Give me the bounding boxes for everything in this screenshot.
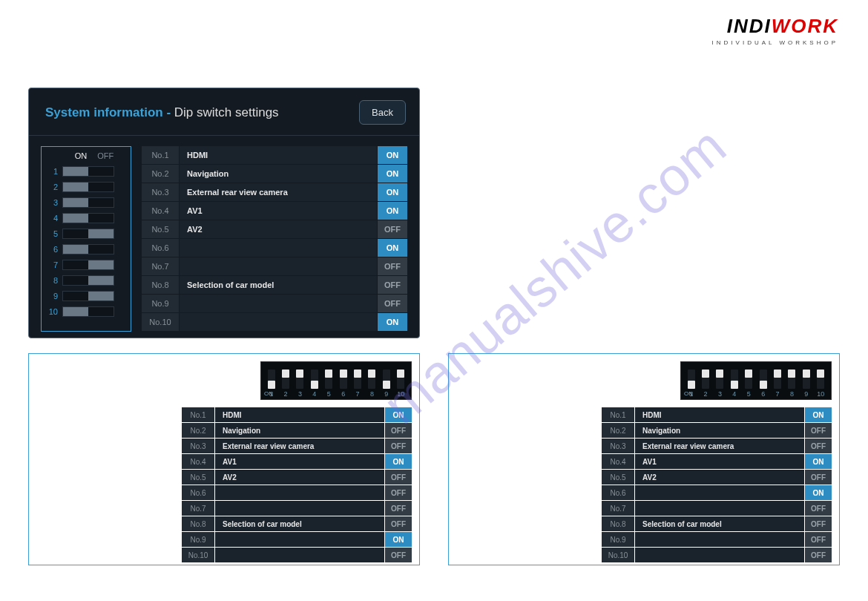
row-number: No.7 xyxy=(602,501,634,516)
dip-photo-switch: 6 xyxy=(338,370,349,398)
row-label xyxy=(180,257,377,275)
row-state: OFF xyxy=(385,423,412,438)
dip-row: 8 xyxy=(46,272,126,288)
dip-row: 2 xyxy=(46,179,126,194)
row-state: OFF xyxy=(385,501,412,516)
dip-slot xyxy=(62,166,114,177)
example-box-left: ON 12345678910 No.1HDMIONNo.2NavigationO… xyxy=(28,353,420,565)
row-number: No.3 xyxy=(142,183,179,201)
row-label: Selection of car model xyxy=(180,276,377,294)
dip-number: 9 xyxy=(46,292,62,300)
dip-row: 6 xyxy=(46,241,126,257)
table-row: No.1HDMION xyxy=(142,146,407,164)
table-row: No.5AV2OFF xyxy=(602,470,832,485)
row-state: OFF xyxy=(805,516,832,531)
dip-number: 3 xyxy=(46,198,62,207)
row-label xyxy=(635,532,804,547)
table-row: No.10OFF xyxy=(182,548,412,562)
dip-photo-switch: 4 xyxy=(309,370,320,398)
back-button[interactable]: Back xyxy=(359,100,406,125)
dip-table-left: No.1HDMIONNo.2NavigationOFFNo.3External … xyxy=(182,407,412,563)
row-label: HDMI xyxy=(215,407,384,422)
row-label: Selection of car model xyxy=(215,516,384,531)
row-number: No.6 xyxy=(602,485,634,500)
row-state: ON xyxy=(378,183,407,201)
table-row: No.2NavigationOFF xyxy=(602,423,832,438)
table-row: No.4AV1ON xyxy=(142,202,407,220)
table-row: No.4AV1ON xyxy=(602,454,832,469)
brand-logo: INDIWORK INDIVIDUAL WORKSHOP xyxy=(712,15,838,46)
table-row: No.6ON xyxy=(142,239,407,257)
row-state: ON xyxy=(385,532,412,547)
dip-row: 7 xyxy=(46,257,126,272)
table-row: No.7OFF xyxy=(182,501,412,516)
row-number: No.9 xyxy=(602,532,634,547)
row-label xyxy=(215,485,384,500)
dip-photo-switch: 9 xyxy=(801,370,812,398)
row-state: ON xyxy=(378,146,407,164)
row-number: No.6 xyxy=(142,239,179,257)
dip-number: 5 xyxy=(46,229,62,238)
dip-photo-switch: 5 xyxy=(743,370,754,398)
row-state: OFF xyxy=(385,548,412,562)
table-row: No.9ON xyxy=(182,532,412,547)
row-number: No.2 xyxy=(182,423,214,438)
dip-row: 10 xyxy=(46,303,126,319)
row-number: No.9 xyxy=(182,532,214,547)
row-label: AV1 xyxy=(635,454,804,469)
row-label: External rear view camera xyxy=(215,439,384,453)
row-state: OFF xyxy=(805,439,832,453)
row-state: ON xyxy=(378,165,407,183)
row-label xyxy=(180,295,377,312)
table-row: No.10ON xyxy=(142,313,407,331)
dip-photo-switch: 2 xyxy=(280,370,291,398)
row-number: No.8 xyxy=(142,276,179,294)
dip-photo-switch: 7 xyxy=(352,370,363,398)
row-label xyxy=(215,548,384,562)
dip-photo-switch: 9 xyxy=(381,370,392,398)
row-state: ON xyxy=(378,202,407,220)
row-label: Selection of car model xyxy=(635,516,804,531)
dip-slot xyxy=(62,291,114,301)
row-number: No.3 xyxy=(602,439,634,453)
dip-row: 4 xyxy=(46,210,126,226)
table-row: No.2NavigationOFF xyxy=(182,423,412,438)
dip-row: 1 xyxy=(46,163,126,179)
row-state: OFF xyxy=(385,485,412,500)
row-number: No.2 xyxy=(602,423,634,438)
dip-number: 2 xyxy=(46,183,62,191)
row-number: No.6 xyxy=(182,485,214,500)
title-suffix: Dip switch settings xyxy=(174,105,279,119)
row-number: No.10 xyxy=(602,548,634,562)
row-state: ON xyxy=(378,239,407,257)
table-row: No.5AV2OFF xyxy=(182,470,412,485)
row-label: AV1 xyxy=(215,454,384,469)
row-number: No.5 xyxy=(182,470,214,485)
row-state: ON xyxy=(805,407,832,422)
dip-number: 10 xyxy=(46,307,62,316)
dip-photo-switch: 8 xyxy=(786,370,797,398)
panel-header: System information - Dip switch settings… xyxy=(29,88,419,136)
row-number: No.5 xyxy=(602,470,634,485)
row-state: OFF xyxy=(385,470,412,485)
table-row: No.1HDMION xyxy=(182,407,412,422)
row-state: ON xyxy=(805,454,832,469)
table-row: No.8Selection of car modelOFF xyxy=(602,516,832,531)
row-number: No.10 xyxy=(182,548,214,562)
table-row: No.9OFF xyxy=(142,295,407,312)
dip-photo-left: ON 12345678910 xyxy=(260,361,412,400)
dip-settings-table: No.1HDMIONNo.2NavigationONNo.3External r… xyxy=(142,146,407,332)
table-row: No.6OFF xyxy=(182,485,412,500)
dip-photo-switch: 7 xyxy=(772,370,783,398)
row-number: No.5 xyxy=(142,220,179,238)
dip-slot xyxy=(62,306,114,317)
table-row: No.3External rear view cameraOFF xyxy=(602,439,832,453)
row-label xyxy=(215,532,384,547)
dip-header-off: OFF xyxy=(97,151,114,160)
row-state: ON xyxy=(385,454,412,469)
table-row: No.6ON xyxy=(602,485,832,500)
dip-slot xyxy=(62,275,114,286)
dip-number: 4 xyxy=(46,214,62,223)
row-number: No.4 xyxy=(602,454,634,469)
title-prefix: System information - xyxy=(45,105,174,119)
